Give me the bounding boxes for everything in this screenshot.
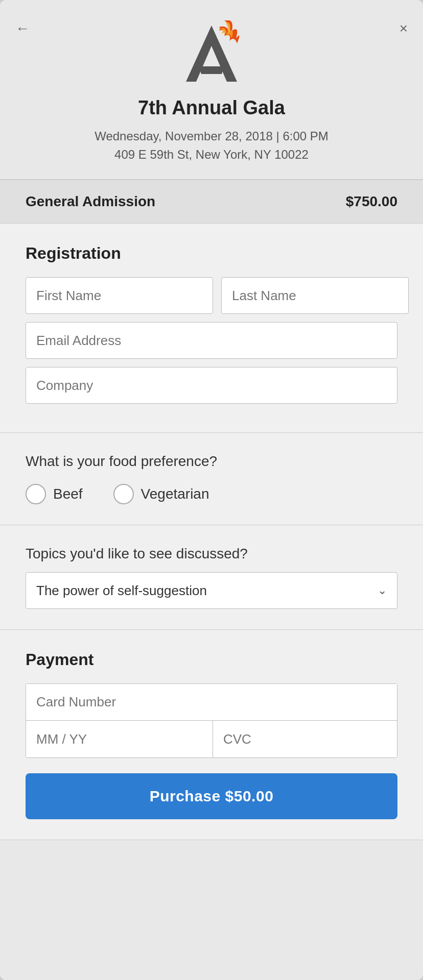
first-name-input[interactable] xyxy=(26,277,213,314)
event-title: 7th Annual Gala xyxy=(15,97,408,119)
card-bottom-row xyxy=(26,721,397,757)
vegetarian-radio[interactable] xyxy=(113,484,134,504)
event-date: Wednesday, November 28, 2018 | 6:00 PM xyxy=(15,127,408,145)
food-question: What is your food preference? xyxy=(26,453,397,470)
registration-title: Registration xyxy=(26,244,397,263)
app-container: ← × 7th Annual Gala Wednesday, November … xyxy=(0,0,423,980)
beef-label: Beef xyxy=(53,486,83,502)
food-preference-section: What is your food preference? Beef Veget… xyxy=(0,433,423,525)
name-row xyxy=(26,277,397,314)
event-location: 409 E 59th St, New York, NY 10022 xyxy=(15,145,408,164)
event-header: ← × 7th Annual Gala Wednesday, November … xyxy=(0,0,423,180)
ticket-price: $750.00 xyxy=(346,193,397,210)
topics-selected-value: The power of self-suggestion xyxy=(36,583,207,599)
beef-radio[interactable] xyxy=(26,484,46,504)
card-cvc-input[interactable] xyxy=(213,721,397,757)
topics-question: Topics you'd like to see discussed? xyxy=(26,546,397,562)
company-row xyxy=(26,367,397,404)
svg-marker-1 xyxy=(199,66,224,74)
payment-section: Payment Purchase $50.00 xyxy=(0,630,423,840)
email-row xyxy=(26,322,397,359)
close-button[interactable]: × xyxy=(400,20,408,37)
beef-option[interactable]: Beef xyxy=(26,484,83,504)
logo-area xyxy=(15,20,408,87)
ticket-section: General Admission $750.00 xyxy=(0,180,423,224)
brand-logo-icon xyxy=(181,20,242,87)
card-number-wrapper xyxy=(26,683,397,758)
payment-title: Payment xyxy=(26,650,397,669)
vegetarian-option[interactable]: Vegetarian xyxy=(113,484,209,504)
back-button[interactable]: ← xyxy=(15,20,30,37)
purchase-button[interactable]: Purchase $50.00 xyxy=(26,773,397,819)
card-expiry-input[interactable] xyxy=(26,721,213,757)
email-input[interactable] xyxy=(26,322,397,359)
food-options: Beef Vegetarian xyxy=(26,484,397,504)
card-number-input[interactable] xyxy=(26,684,397,721)
chevron-down-icon: ⌄ xyxy=(378,584,387,597)
company-input[interactable] xyxy=(26,367,397,404)
last-name-input[interactable] xyxy=(221,277,409,314)
vegetarian-label: Vegetarian xyxy=(141,486,209,502)
topics-section: Topics you'd like to see discussed? The … xyxy=(0,525,423,630)
topics-dropdown[interactable]: The power of self-suggestion ⌄ xyxy=(26,572,397,609)
registration-section: Registration xyxy=(0,224,423,433)
ticket-label: General Admission xyxy=(26,193,155,210)
